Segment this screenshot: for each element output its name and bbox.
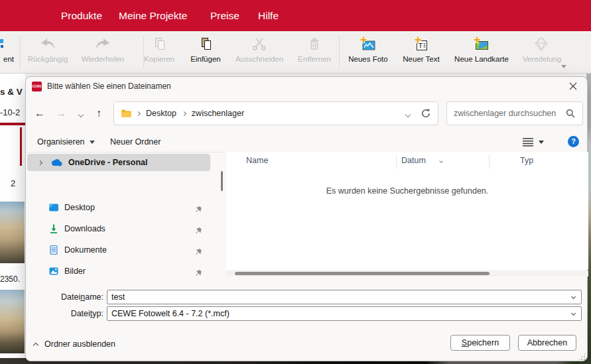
breadcrumb-zwischenlager[interactable]: zwischenlager bbox=[192, 109, 244, 118]
clipped-icon bbox=[0, 34, 18, 54]
list-view-icon bbox=[522, 137, 534, 147]
sidebar-item-desktop[interactable]: Desktop bbox=[27, 199, 210, 216]
file-list-horizontal-scrollbar[interactable] bbox=[226, 271, 588, 276]
column-header-name[interactable]: Name bbox=[246, 156, 268, 165]
empty-results-message: Es wurden keine Suchergebnisse gefunden. bbox=[226, 186, 588, 196]
column-header-date[interactable]: Datum bbox=[401, 156, 426, 165]
close-icon bbox=[569, 81, 577, 93]
toolbar-partial-label: ent bbox=[3, 55, 14, 63]
breadcrumb-separator-icon bbox=[136, 111, 141, 115]
refresh-icon[interactable] bbox=[421, 108, 431, 119]
resize-grip[interactable] bbox=[578, 353, 586, 361]
background-date-fragment: -10-2 bbox=[0, 107, 25, 117]
paste-icon bbox=[196, 34, 215, 54]
folder-icon bbox=[121, 109, 132, 118]
toolbar-separator bbox=[20, 36, 21, 68]
address-bar[interactable]: Desktop zwischenlager bbox=[113, 101, 438, 125]
onedrive-icon bbox=[50, 158, 63, 167]
copy-button[interactable]: Kopieren bbox=[138, 34, 180, 70]
documents-icon bbox=[48, 245, 59, 255]
sidebar-item-label: Bilder bbox=[64, 267, 86, 276]
organize-menu-button[interactable]: Organisieren bbox=[37, 132, 95, 152]
column-separator[interactable] bbox=[396, 154, 397, 169]
copy-icon bbox=[150, 34, 168, 54]
view-mode-button[interactable] bbox=[522, 132, 544, 152]
cut-button[interactable]: Ausschneiden bbox=[233, 34, 286, 70]
diamond-icon bbox=[532, 34, 552, 54]
sidebar-item-label: OneDrive - Personal bbox=[68, 158, 148, 167]
search-input[interactable] bbox=[454, 109, 565, 118]
save-button[interactable]: Speichern bbox=[450, 335, 510, 351]
redo-icon bbox=[94, 34, 112, 54]
scrollbar-thumb[interactable] bbox=[235, 272, 490, 275]
sidebar-item-onedrive[interactable]: OneDrive - Personal bbox=[27, 154, 210, 171]
places-sidebar: OneDrive - Personal Desktop Downloads bbox=[26, 152, 218, 278]
sort-chevron-icon bbox=[440, 153, 442, 165]
close-button[interactable] bbox=[565, 79, 581, 95]
save-file-dialog: CEWE Bitte wählen Sie einen Dateinamen ←… bbox=[25, 76, 588, 361]
dialog-titlebar[interactable]: CEWE Bitte wählen Sie einen Dateinamen bbox=[26, 77, 587, 96]
paste-button[interactable]: Einfügen bbox=[185, 34, 226, 70]
column-header-type[interactable]: Typ bbox=[520, 156, 533, 165]
background-red-divider bbox=[0, 123, 25, 125]
cancel-button[interactable]: Abbrechen bbox=[518, 335, 576, 351]
new-folder-button[interactable]: Neuer Ordner bbox=[110, 132, 161, 152]
embellishment-button[interactable]: Veredelung bbox=[517, 34, 566, 70]
pin-icon bbox=[195, 225, 202, 237]
nav-forward-button[interactable]: → bbox=[56, 107, 66, 119]
sidebar-item-documents[interactable]: Dokumente bbox=[27, 241, 210, 259]
filename-label: Dateiname: bbox=[26, 290, 103, 304]
menu-preise[interactable]: Preise bbox=[210, 0, 239, 31]
scissors-icon bbox=[250, 34, 269, 54]
sidebar-item-label: Downloads bbox=[64, 224, 105, 233]
breadcrumb-desktop[interactable]: Desktop bbox=[146, 109, 176, 118]
trash-icon bbox=[305, 34, 324, 54]
app-menubar: Produkte Meine Projekte Preise Hilfe bbox=[0, 0, 591, 31]
chevron-down-icon[interactable] bbox=[571, 294, 576, 299]
delete-button[interactable]: Entfernen bbox=[293, 34, 336, 70]
filename-input[interactable] bbox=[107, 290, 565, 304]
menu-produkte[interactable]: Produkte bbox=[61, 0, 102, 31]
nav-recent-chevron[interactable] bbox=[79, 107, 83, 119]
file-list: Name Datum Typ Es wurden keine Suchergeb… bbox=[226, 152, 588, 270]
filetype-value: CEWE Fotowelt 6.4 - 7.2 (*.mcf) bbox=[107, 307, 581, 320]
redo-button[interactable]: Wiederholen bbox=[78, 34, 128, 70]
new-photo-button[interactable]: Neues Foto bbox=[343, 34, 393, 70]
address-dropdown-chevron[interactable] bbox=[406, 107, 410, 119]
undo-icon bbox=[38, 34, 57, 54]
breadcrumb-separator-icon bbox=[182, 111, 186, 115]
pin-icon bbox=[195, 204, 202, 215]
photo-thumbnail[interactable] bbox=[0, 290, 25, 353]
hide-folders-button[interactable]: Ordner ausblenden bbox=[34, 339, 115, 349]
nav-back-button[interactable]: ← bbox=[34, 107, 45, 119]
toolbar-separator bbox=[339, 36, 340, 68]
sidebar-item-pictures[interactable]: Bilder bbox=[27, 263, 210, 280]
expand-chevron-icon[interactable] bbox=[38, 161, 42, 164]
filename-combo[interactable] bbox=[107, 290, 582, 304]
menu-meine-projekte[interactable]: Meine Projekte bbox=[119, 0, 187, 31]
sidebar-item-downloads[interactable]: Downloads bbox=[27, 220, 210, 237]
nav-up-button[interactable]: ↑ bbox=[96, 107, 101, 119]
column-separator[interactable] bbox=[489, 154, 490, 169]
help-button[interactable]: ? bbox=[568, 136, 579, 147]
sidebar-item-label: Desktop bbox=[64, 203, 95, 212]
menu-hilfe[interactable]: Hilfe bbox=[258, 0, 279, 31]
search-box[interactable] bbox=[446, 101, 583, 125]
sidebar-scrollbar[interactable] bbox=[221, 171, 223, 191]
downloads-icon bbox=[48, 223, 59, 234]
background-page-number: 2 bbox=[11, 178, 15, 188]
new-text-icon bbox=[412, 34, 430, 54]
background-left-panel: s & V -10-2 2 2350. bbox=[0, 74, 25, 364]
background-text-fragment: s & V bbox=[0, 87, 25, 97]
new-photo-icon bbox=[359, 34, 377, 54]
search-icon[interactable] bbox=[565, 108, 576, 119]
new-map-icon bbox=[472, 34, 491, 54]
toolbar-partial-button[interactable]: ent bbox=[0, 34, 19, 70]
filetype-select[interactable]: CEWE Fotowelt 6.4 - 7.2 (*.mcf) bbox=[107, 306, 582, 321]
desktop-icon bbox=[48, 202, 59, 213]
undo-button[interactable]: Rückgängig bbox=[23, 34, 73, 70]
new-map-button[interactable]: Neue Landkarte bbox=[451, 34, 512, 70]
background-red-selection-edge bbox=[20, 127, 22, 166]
photo-thumbnail[interactable] bbox=[0, 202, 25, 263]
new-text-button[interactable]: Neuer Text bbox=[397, 34, 445, 70]
